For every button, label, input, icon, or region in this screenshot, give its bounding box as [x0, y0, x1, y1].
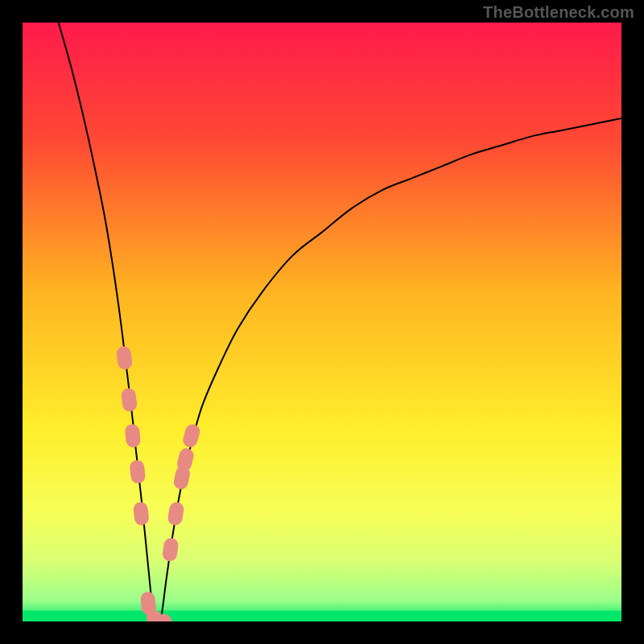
watermark-text: TheBottleneck.com	[483, 3, 634, 22]
chart-frame	[16, 16, 628, 628]
chart-bottom-strip	[23, 611, 621, 621]
highlight-marker	[149, 614, 172, 621]
chart-background	[23, 23, 621, 621]
chart-plot	[23, 23, 621, 621]
